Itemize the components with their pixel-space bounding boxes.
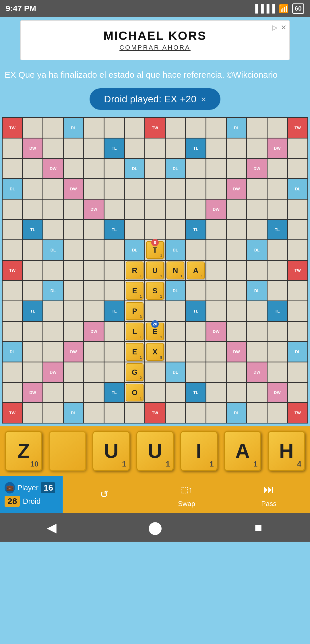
rack-tile-1[interactable] xyxy=(49,431,86,471)
rack-tile-5[interactable]: A1 xyxy=(224,431,261,471)
cell-7-11[interactable] xyxy=(227,261,246,280)
cell-9-14[interactable] xyxy=(288,301,307,321)
cell-5-11[interactable] xyxy=(227,220,246,239)
cell-10-8[interactable] xyxy=(166,322,185,341)
cell-11-6[interactable]: E1 xyxy=(125,342,144,362)
cell-2-6[interactable]: DL xyxy=(125,159,144,178)
cell-14-7[interactable]: TW xyxy=(145,403,165,423)
notification-close[interactable]: × xyxy=(201,94,206,104)
cell-3-14[interactable]: DL xyxy=(288,179,307,199)
cell-13-12[interactable] xyxy=(247,383,267,402)
cell-1-0[interactable] xyxy=(3,138,22,158)
cell-6-5[interactable] xyxy=(104,240,124,260)
cell-12-14[interactable] xyxy=(288,362,307,382)
rack-tile-0[interactable]: Z10 xyxy=(5,431,42,471)
cell-4-11[interactable] xyxy=(227,200,246,219)
cell-5-13[interactable]: TL xyxy=(268,220,287,239)
cell-10-9[interactable] xyxy=(186,322,206,341)
tile-6-7[interactable]: T18 xyxy=(146,241,164,259)
cell-7-14[interactable]: TW xyxy=(288,261,307,280)
cell-3-2[interactable] xyxy=(43,179,63,199)
cell-1-13[interactable]: DW xyxy=(268,138,287,158)
cell-13-10[interactable] xyxy=(206,383,226,402)
cell-4-2[interactable] xyxy=(43,200,63,219)
cell-1-10[interactable] xyxy=(206,138,226,158)
cell-6-6[interactable]: DL xyxy=(125,240,144,260)
cell-13-7[interactable] xyxy=(145,383,165,402)
cell-10-1[interactable] xyxy=(23,322,42,341)
cell-6-0[interactable] xyxy=(3,240,22,260)
cell-12-11[interactable] xyxy=(227,362,246,382)
cell-1-7[interactable] xyxy=(145,138,165,158)
cell-1-3[interactable] xyxy=(64,138,83,158)
cell-4-8[interactable] xyxy=(166,200,185,219)
tile-10-7[interactable]: E120 xyxy=(146,323,164,340)
cell-9-7[interactable] xyxy=(145,301,165,321)
cell-2-2[interactable]: DW xyxy=(43,159,63,178)
cell-12-2[interactable]: DW xyxy=(43,362,63,382)
cell-9-1[interactable]: TL xyxy=(23,301,42,321)
cell-3-12[interactable] xyxy=(247,179,267,199)
cell-2-14[interactable] xyxy=(288,159,307,178)
cell-11-13[interactable] xyxy=(268,342,287,362)
cell-14-6[interactable] xyxy=(125,403,144,423)
cell-13-13[interactable]: DW xyxy=(268,383,287,402)
cell-14-5[interactable] xyxy=(104,403,124,423)
cell-4-6[interactable] xyxy=(125,200,144,219)
cell-6-2[interactable]: DL xyxy=(43,240,63,260)
cell-13-11[interactable] xyxy=(227,383,246,402)
cell-2-9[interactable] xyxy=(186,159,206,178)
cell-12-13[interactable] xyxy=(268,362,287,382)
cell-9-13[interactable]: TL xyxy=(268,301,287,321)
cell-3-0[interactable]: DL xyxy=(3,179,22,199)
cell-1-5[interactable]: TL xyxy=(104,138,124,158)
cell-8-4[interactable] xyxy=(84,281,104,300)
cell-14-12[interactable] xyxy=(247,403,267,423)
cell-7-6[interactable]: R1 xyxy=(125,261,144,280)
cell-2-5[interactable] xyxy=(104,159,124,178)
cell-8-9[interactable] xyxy=(186,281,206,300)
cell-13-3[interactable] xyxy=(64,383,83,402)
cell-7-1[interactable] xyxy=(23,261,42,280)
cell-0-2[interactable] xyxy=(43,118,63,138)
cell-3-5[interactable] xyxy=(104,179,124,199)
cell-9-9[interactable]: TL xyxy=(186,301,206,321)
cell-6-9[interactable] xyxy=(186,240,206,260)
cell-14-8[interactable] xyxy=(166,403,185,423)
cell-4-3[interactable] xyxy=(64,200,83,219)
cell-8-12[interactable]: DL xyxy=(247,281,267,300)
cell-6-7[interactable]: T18 xyxy=(145,240,165,260)
cell-1-4[interactable] xyxy=(84,138,104,158)
rack-tile-4[interactable]: I1 xyxy=(180,431,218,471)
cell-13-2[interactable] xyxy=(43,383,63,402)
cell-11-5[interactable] xyxy=(104,342,124,362)
cell-0-3[interactable]: DL xyxy=(64,118,83,138)
nav-back-button[interactable]: ◀ xyxy=(40,516,63,539)
cell-11-11[interactable]: DW xyxy=(227,342,246,362)
cell-13-5[interactable]: TL xyxy=(104,383,124,402)
cell-7-9[interactable]: A1 xyxy=(186,261,206,280)
cell-6-1[interactable] xyxy=(23,240,42,260)
cell-9-10[interactable] xyxy=(206,301,226,321)
cell-4-5[interactable] xyxy=(104,200,124,219)
nav-home-button[interactable]: ⬤ xyxy=(144,516,166,539)
cell-14-10[interactable] xyxy=(206,403,226,423)
cell-2-12[interactable]: DW xyxy=(247,159,267,178)
cell-10-6[interactable]: L1 xyxy=(125,322,144,341)
cell-6-3[interactable] xyxy=(64,240,83,260)
cell-8-1[interactable] xyxy=(23,281,42,300)
cell-11-2[interactable] xyxy=(43,342,63,362)
cell-5-12[interactable] xyxy=(247,220,267,239)
cell-3-8[interactable] xyxy=(166,179,185,199)
cell-14-9[interactable] xyxy=(186,403,206,423)
cell-7-4[interactable] xyxy=(84,261,104,280)
cell-13-0[interactable] xyxy=(3,383,22,402)
cell-11-12[interactable] xyxy=(247,342,267,362)
cell-1-6[interactable] xyxy=(125,138,144,158)
cell-1-1[interactable]: DW xyxy=(23,138,42,158)
cell-11-7[interactable]: X8 xyxy=(145,342,165,362)
cell-1-14[interactable] xyxy=(288,138,307,158)
cell-12-4[interactable] xyxy=(84,362,104,382)
cell-0-6[interactable] xyxy=(125,118,144,138)
cell-8-3[interactable] xyxy=(64,281,83,300)
